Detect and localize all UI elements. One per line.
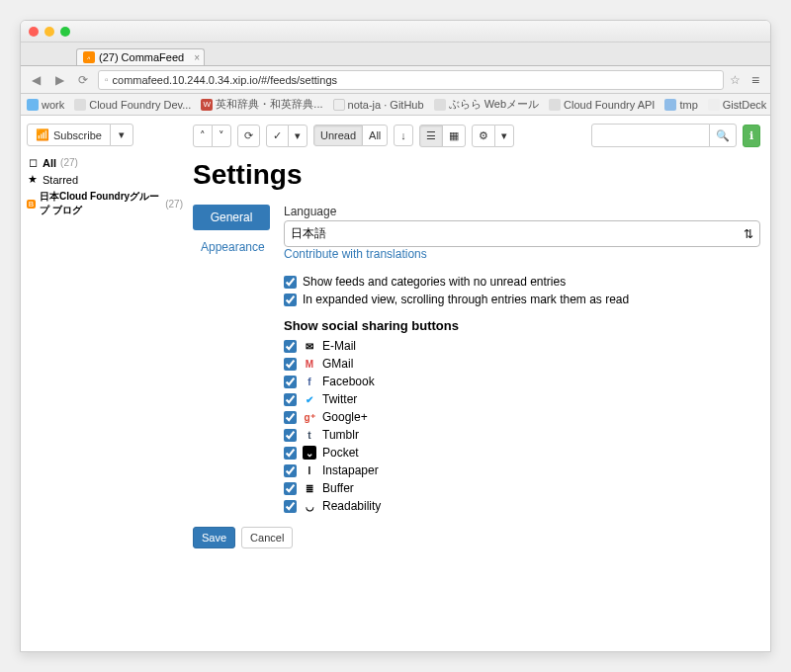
social-heading: Show social sharing buttons xyxy=(284,318,760,333)
social-tumblr-checkbox[interactable] xyxy=(284,429,297,442)
tab-general[interactable]: General xyxy=(193,205,270,230)
filter-unread-button[interactable]: Unread xyxy=(313,125,363,146)
save-button[interactable]: Save xyxy=(193,527,235,548)
settings-gear-button[interactable]: ⚙ xyxy=(472,125,495,147)
bookmark-item[interactable]: Cloud Foundry Dev... xyxy=(74,99,191,111)
github-icon xyxy=(333,99,345,111)
gmail-icon: M xyxy=(303,357,316,371)
feed-item[interactable]: B日本Cloud Foundryグループ ブログ(27) xyxy=(27,188,183,219)
address-bar[interactable]: ▫ commafeed.10.244.0.34.xip.io/#/feeds/s… xyxy=(98,70,724,90)
page-icon xyxy=(434,99,446,111)
show-feeds-checkbox[interactable] xyxy=(284,276,297,289)
filter-all-button[interactable]: All xyxy=(362,125,388,146)
blogger-icon: B xyxy=(27,200,36,209)
social-email-checkbox[interactable] xyxy=(284,340,297,353)
forward-icon[interactable]: ▶ xyxy=(50,73,68,87)
rss-favicon-icon: ៱ xyxy=(83,51,95,63)
view-list-button[interactable]: ☰ xyxy=(419,125,443,147)
browser-window: ៱ (27) CommaFeed × ◀ ▶ ⟳ ▫ commafeed.10.… xyxy=(20,20,771,652)
googleplus-icon: g⁺ xyxy=(303,410,316,424)
facebook-icon: f xyxy=(303,375,316,388)
instapaper-icon: I xyxy=(303,463,316,477)
main-panel: ˄ ˅ ⟳ ✓ ▾ Unread All ↓ ☰ ▦ ⚙ xyxy=(189,116,770,651)
all-icon: ◻ xyxy=(27,156,39,169)
expand-down-button[interactable]: ˅ xyxy=(212,125,231,147)
url-text: commafeed.10.244.0.34.xip.io/#/feeds/set… xyxy=(113,74,337,86)
subscribe-button[interactable]: 📶Subscribe xyxy=(27,124,111,146)
subscribe-button-group: 📶Subscribe ▾ xyxy=(27,124,133,146)
social-pocket-checkbox[interactable] xyxy=(284,447,297,460)
page-icon: ▫ xyxy=(105,74,109,85)
bookmark-item[interactable]: work xyxy=(27,99,64,111)
feed-starred[interactable]: ★Starred xyxy=(27,171,183,188)
info-button[interactable]: ℹ xyxy=(743,125,760,147)
bookmark-item[interactable]: W英和辞典・和英辞典... xyxy=(201,97,322,112)
bookmarks-bar: work Cloud Foundry Dev... W英和辞典・和英辞典... … xyxy=(21,94,770,116)
minimize-window-icon[interactable] xyxy=(44,27,54,37)
zoom-window-icon[interactable] xyxy=(60,27,70,37)
bookmark-item[interactable]: GistDeck xyxy=(708,99,767,111)
rss-icon: 📶 xyxy=(36,128,49,141)
traffic-lights xyxy=(29,27,70,37)
feed-all[interactable]: ◻All(27) xyxy=(27,154,183,171)
tumblr-icon: t xyxy=(303,428,316,442)
address-row: ◀ ▶ ⟳ ▫ commafeed.10.244.0.34.xip.io/#/f… xyxy=(21,66,770,94)
tab-appearance[interactable]: Appearance xyxy=(193,234,270,260)
browser-menu-icon[interactable]: ≡ xyxy=(747,72,764,88)
bookmark-item[interactable]: ぶらら Webメール xyxy=(434,97,539,112)
browser-tabbar: ៱ (27) CommaFeed × xyxy=(21,42,770,66)
tab-title: (27) CommaFeed xyxy=(99,51,184,63)
sidebar: 📶Subscribe ▾ ◻All(27) ★Starred B日本Cloud … xyxy=(21,116,189,651)
bookmark-star-icon[interactable]: ☆ xyxy=(730,73,741,87)
cancel-button[interactable]: Cancel xyxy=(241,527,293,548)
collapse-up-button[interactable]: ˄ xyxy=(193,125,213,147)
page-icon xyxy=(549,99,561,111)
select-arrows-icon: ⇅ xyxy=(744,227,753,241)
page-icon xyxy=(74,99,86,111)
social-twitter-checkbox[interactable] xyxy=(284,393,297,406)
pocket-icon: ⌄ xyxy=(303,446,316,460)
app-content: 📶Subscribe ▾ ◻All(27) ★Starred B日本Cloud … xyxy=(21,116,770,651)
settings-panel: Language 日本語 ⇅ Contribute with translati… xyxy=(284,205,760,548)
email-icon: ✉ xyxy=(303,339,316,353)
sort-button[interactable]: ↓ xyxy=(394,125,413,146)
language-label: Language xyxy=(284,205,760,218)
contribute-link[interactable]: Contribute with translations xyxy=(284,247,427,261)
folder-icon xyxy=(27,99,39,111)
back-icon[interactable]: ◀ xyxy=(27,73,44,87)
refresh-button[interactable]: ⟳ xyxy=(237,125,260,147)
page-title: Settings xyxy=(193,159,760,191)
buffer-icon: ≣ xyxy=(303,481,316,495)
social-googleplus-checkbox[interactable] xyxy=(284,411,297,424)
settings-dropdown[interactable]: ▾ xyxy=(494,125,514,147)
language-select[interactable]: 日本語 ⇅ xyxy=(284,220,760,247)
bookmark-item[interactable]: tmp xyxy=(664,99,697,111)
weblio-icon: W xyxy=(201,99,213,111)
close-tab-icon[interactable]: × xyxy=(194,52,200,63)
feed-list: ◻All(27) ★Starred B日本Cloud Foundryグループ ブ… xyxy=(27,154,183,219)
toolbar: ˄ ˅ ⟳ ✓ ▾ Unread All ↓ ☰ ▦ ⚙ xyxy=(193,124,760,147)
bookmark-item[interactable]: nota-ja · GitHub xyxy=(333,99,424,111)
search-input[interactable] xyxy=(591,124,710,147)
social-readability-checkbox[interactable] xyxy=(284,500,297,513)
view-grid-button[interactable]: ▦ xyxy=(442,125,466,147)
settings-tabs: General Appearance xyxy=(193,205,270,548)
social-facebook-checkbox[interactable] xyxy=(284,376,297,388)
titlebar xyxy=(21,21,770,42)
close-window-icon[interactable] xyxy=(29,27,39,37)
twitter-icon: ✔ xyxy=(303,392,316,406)
subscribe-dropdown[interactable]: ▾ xyxy=(110,124,133,146)
star-icon: ★ xyxy=(27,173,39,186)
mark-read-button[interactable]: ✓ xyxy=(266,125,289,147)
page-icon xyxy=(708,99,720,111)
folder-icon xyxy=(664,99,676,111)
mark-read-dropdown[interactable]: ▾ xyxy=(288,125,308,147)
social-instapaper-checkbox[interactable] xyxy=(284,464,297,477)
social-gmail-checkbox[interactable] xyxy=(284,358,297,371)
social-buffer-checkbox[interactable] xyxy=(284,482,297,495)
search-button[interactable]: 🔍 xyxy=(709,124,737,147)
bookmark-item[interactable]: Cloud Foundry API xyxy=(549,99,655,111)
browser-tab[interactable]: ៱ (27) CommaFeed × xyxy=(76,48,205,65)
reload-icon[interactable]: ⟳ xyxy=(74,73,92,87)
expanded-scroll-checkbox[interactable] xyxy=(284,294,297,306)
